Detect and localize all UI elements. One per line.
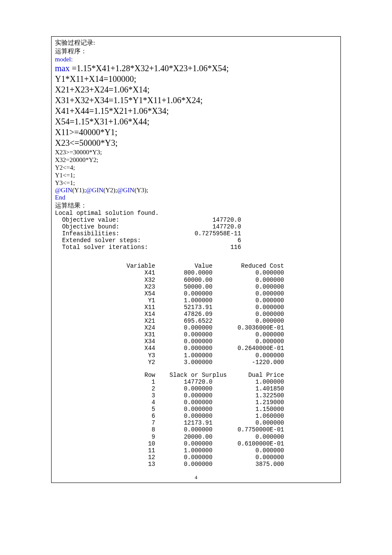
model-keyword: model: <box>55 56 337 63</box>
blank-line <box>55 468 337 474</box>
constraint-8: X23>=30000*Y3; <box>55 148 337 156</box>
solver-status: Local optimal solution found. <box>55 210 337 217</box>
variable-header: Variable Value Reduced Cost <box>55 263 337 269</box>
max-keyword: max <box>55 64 69 73</box>
blank-line <box>55 366 337 372</box>
gin-kw-2: @GIN <box>86 187 103 194</box>
results-title: 运算结果： <box>55 201 337 210</box>
row-table: 1 147720.0 1.000000 2 0.000000 1.401850 … <box>55 379 337 468</box>
program-label: 运算程序： <box>55 47 337 55</box>
blank-line <box>55 251 337 257</box>
constraint-3: X31+X32+X34=1.15*Y1*X11+1.06*X24; <box>55 95 337 106</box>
constraint-4: X41+X44=1.15*X21+1.06*X34; <box>55 106 337 116</box>
document-frame: 实验过程记录: 运算程序： model: max =1.15*X41+1.28*… <box>51 36 341 483</box>
section-title: 实验过程记录: <box>55 38 337 47</box>
row-header: Row Slack or Surplus Dual Price <box>55 372 337 379</box>
gin-kw-1: @GIN <box>55 187 72 194</box>
constraint-10: Y2<=4; <box>55 164 337 171</box>
constraint-12: Y3<=1; <box>55 179 337 187</box>
constraint-1: Y1*X11+X14=100000; <box>55 74 337 84</box>
blank-line <box>55 257 337 263</box>
constraint-6: X11>=40000*Y1; <box>55 127 337 138</box>
constraint-7: X23<=50000*Y3; <box>55 138 337 148</box>
page-number: 4 <box>55 474 337 481</box>
objective-line: max =1.15*X41+1.28*X32+1.40*X23+1.06*X54… <box>55 63 337 74</box>
gin-arg-2: (Y2); <box>103 187 117 194</box>
solver-summary: Objective value: 147720.0 Objective boun… <box>55 217 337 251</box>
gin-arg-3: (Y3); <box>134 187 148 194</box>
gin-kw-3: @GIN <box>117 187 134 194</box>
constraint-2: X21+X23+X24=1.06*X14; <box>55 84 337 95</box>
constraint-5: X54=1.15*X31+1.06*X44; <box>55 116 337 127</box>
gin-declarations: @GIN(Y1);@GIN(Y2);@GIN(Y3); <box>55 187 337 194</box>
end-keyword: End <box>55 194 337 201</box>
variable-table: X41 800.0000 0.000000 X32 60000.00 0.000… <box>55 269 337 365</box>
gin-arg-1: (Y1); <box>72 187 86 194</box>
objective-expr: =1.15*X41+1.28*X32+1.40*X23+1.06*X54; <box>69 64 228 73</box>
constraint-11: Y1<=1; <box>55 171 337 179</box>
constraint-9: X32=20000*Y2; <box>55 156 337 164</box>
